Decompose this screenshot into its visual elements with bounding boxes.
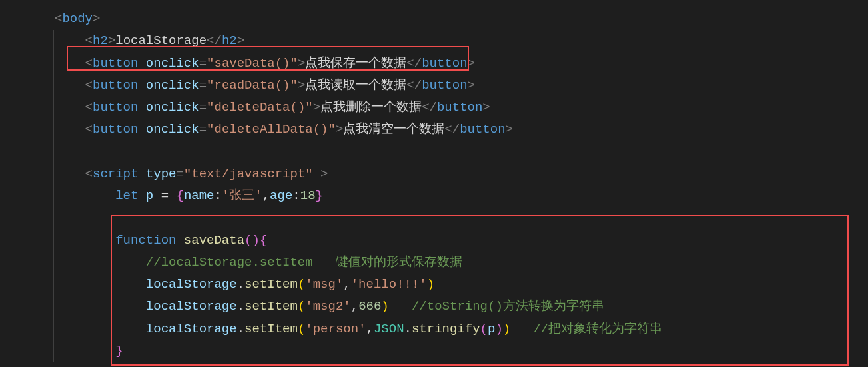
blank-line	[0, 141, 868, 163]
code-line: //localStorage.setItem 键值对的形式保存数据	[0, 252, 868, 274]
code-line: <h2>localStorage</h2>	[0, 30, 868, 52]
code-line: function saveData(){	[0, 230, 868, 252]
code-line: <button onclick="readData()">点我读取一个数据</b…	[0, 75, 868, 97]
code-line: <button onclick="saveData()">点我保存一个数据</b…	[0, 53, 868, 75]
code-line: <button onclick="deleteAllData()">点我清空一个…	[0, 119, 868, 141]
h2-text: localStorage	[115, 33, 207, 48]
code-line: }	[0, 340, 868, 362]
code-line: <script type="text/javascript" >	[0, 163, 868, 185]
code-editor[interactable]: <body> <h2>localStorage</h2> <button onc…	[0, 0, 868, 362]
blank-line	[0, 207, 868, 229]
code-line: localStorage.setItem('person',JSON.strin…	[0, 318, 868, 340]
code-line: localStorage.setItem('msg','hello!!!')	[0, 274, 868, 296]
code-line: <body>	[0, 8, 868, 30]
code-line: localStorage.setItem('msg2',666) //toStr…	[0, 296, 868, 318]
code-line: <button onclick="deleteData()">点我删除一个数据<…	[0, 97, 868, 119]
code-line: let p = {name:'张三',age:18}	[0, 185, 868, 207]
